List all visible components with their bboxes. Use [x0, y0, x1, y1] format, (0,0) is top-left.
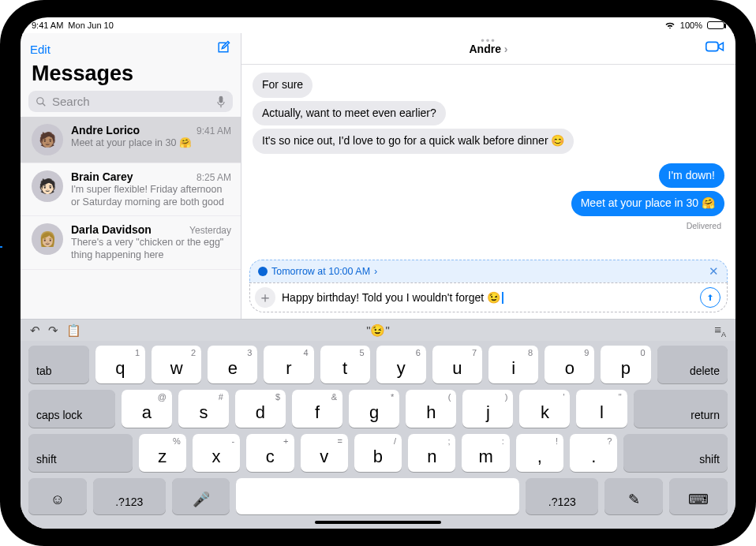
key-q[interactable]: 1q: [95, 346, 145, 383]
key-space[interactable]: [236, 478, 519, 514]
avatar: 🧑🏻: [32, 170, 63, 202]
conversation-item[interactable]: 🧑🏻 Brain Carey 8:25 AM I'm super flexibl…: [21, 163, 241, 216]
message-bubble: It's so nice out, I'd love to go for a q…: [253, 129, 574, 154]
key-w[interactable]: 2w: [152, 346, 201, 383]
key-row-4: ☺ .?123 🎤 .?123 ✎ ⌨: [28, 478, 728, 514]
conversation-item[interactable]: 🧑🏽 Andre Lorico 9:41 AM Meet at your pla…: [21, 117, 241, 163]
key-return[interactable]: return: [634, 390, 728, 428]
facetime-icon: [705, 40, 724, 53]
decorative-edge-mark: [0, 246, 2, 248]
key-delete[interactable]: delete: [657, 346, 728, 383]
key-y[interactable]: 6y: [376, 346, 426, 383]
key-capslock[interactable]: caps lock: [28, 390, 115, 428]
chat-header: ••• Andre ›: [241, 33, 735, 65]
key-numbers-right[interactable]: .?123: [526, 478, 598, 514]
facetime-button[interactable]: [705, 40, 724, 56]
key-a[interactable]: @a: [122, 390, 172, 428]
key-t[interactable]: 5t: [320, 346, 370, 383]
conversation-preview: I'm super flexible! Friday afternoon or …: [71, 184, 231, 208]
conversation-list: 🧑🏽 Andre Lorico 9:41 AM Meet at your pla…: [21, 117, 241, 319]
redo-button[interactable]: ↷: [48, 323, 58, 338]
key-c[interactable]: +c: [246, 434, 294, 472]
key-z[interactable]: %z: [139, 434, 186, 472]
key-comma[interactable]: !,: [516, 434, 563, 472]
key-m[interactable]: :m: [462, 434, 509, 472]
compose-button[interactable]: [215, 39, 231, 58]
svg-line-1: [43, 103, 46, 106]
conversation-name: Andre Lorico: [71, 124, 140, 136]
compose-input[interactable]: Happy birthday! Told you I wouldn't forg…: [282, 291, 694, 305]
send-button[interactable]: [700, 287, 720, 308]
conversation-preview: There's a very "chicken or the egg" thin…: [71, 237, 231, 261]
svg-rect-3: [706, 42, 718, 50]
key-n[interactable]: ;n: [408, 434, 455, 472]
key-l[interactable]: "l: [576, 390, 627, 428]
onscreen-keyboard: tab 1q 2w 3e 4r 5t 6y 7u 8i 9o 0p delete…: [21, 341, 735, 529]
key-handwriting[interactable]: ✎: [604, 478, 663, 514]
status-bar: 9:41 AM Mon Jun 10 100%: [21, 17, 735, 33]
clock-icon: [258, 267, 268, 276]
message-bubble: I'm down!: [659, 163, 724, 189]
sidebar: Edit Messages Search 🧑🏽: [21, 33, 241, 319]
key-shift-right[interactable]: shift: [623, 434, 728, 472]
key-v[interactable]: =v: [301, 434, 348, 472]
message-outgoing[interactable]: I'm down!: [253, 163, 724, 192]
conversation-time: 8:25 AM: [196, 172, 231, 183]
svg-rect-2: [219, 95, 223, 103]
key-d[interactable]: $d: [235, 390, 286, 428]
edit-button[interactable]: Edit: [30, 43, 51, 56]
dismiss-schedule-button[interactable]: ✕: [709, 264, 719, 279]
messages-app: Edit Messages Search 🧑🏽: [21, 33, 735, 319]
schedule-time: Tomorrow at 10:00 AM: [271, 266, 370, 277]
key-dismiss-keyboard[interactable]: ⌨: [669, 478, 728, 514]
emoji-suggestion[interactable]: "😉": [366, 323, 390, 338]
message-incoming[interactable]: Actually, want to meet even earlier?: [253, 101, 724, 129]
key-h[interactable]: (h: [406, 390, 456, 428]
chevron-right-icon: ›: [504, 43, 508, 55]
key-row-1: tab 1q 2w 3e 4r 5t 6y 7u 8i 9o 0p delete: [28, 346, 728, 383]
key-s[interactable]: #s: [178, 390, 229, 428]
key-o[interactable]: 9o: [545, 346, 594, 383]
key-period[interactable]: ?.: [570, 434, 617, 472]
svg-point-0: [37, 97, 43, 103]
key-f[interactable]: &f: [292, 390, 342, 428]
key-row-2: caps lock @a #s $d &f *g (h )j 'k "l ret…: [28, 390, 728, 428]
key-emoji[interactable]: ☺: [28, 478, 87, 514]
key-k[interactable]: 'k: [519, 390, 570, 428]
key-u[interactable]: 7u: [432, 346, 482, 383]
message-incoming[interactable]: It's so nice out, I'd love to go for a q…: [253, 129, 724, 157]
search-placeholder: Search: [52, 95, 211, 108]
key-numbers-left[interactable]: .?123: [93, 478, 166, 514]
sidebar-title: Messages: [21, 62, 241, 91]
messages-area[interactable]: For sure Actually, want to meet even ear…: [241, 65, 735, 260]
key-dictation[interactable]: 🎤: [172, 478, 230, 514]
home-indicator[interactable]: [315, 521, 441, 524]
key-e[interactable]: 3e: [208, 346, 257, 383]
conversation-item[interactable]: 👩🏼 Darla Davidson Yesterday There's a ve…: [21, 216, 241, 269]
wifi-icon: [664, 21, 676, 29]
message-incoming[interactable]: For sure: [253, 73, 724, 101]
key-p[interactable]: 0p: [601, 346, 650, 383]
ipad-frame: 9:41 AM Mon Jun 10 100% Edit Messages: [0, 0, 756, 546]
search-icon: [36, 96, 47, 107]
undo-button[interactable]: ↶: [30, 323, 40, 338]
key-g[interactable]: *g: [349, 390, 399, 428]
key-x[interactable]: -x: [193, 434, 240, 472]
schedule-banner[interactable]: Tomorrow at 10:00 AM › ✕: [249, 260, 728, 282]
dictate-icon[interactable]: [216, 95, 226, 108]
search-input[interactable]: Search: [28, 91, 233, 112]
key-tab[interactable]: tab: [28, 346, 89, 383]
key-j[interactable]: )j: [462, 390, 513, 428]
compose-text-value: Happy birthday! Told you I wouldn't forg…: [282, 291, 500, 304]
add-attachment-button[interactable]: ＋: [255, 287, 275, 308]
clipboard-button[interactable]: 📋: [66, 323, 81, 338]
text-format-button[interactable]: ≡A: [714, 323, 726, 338]
multitask-handle-icon[interactable]: •••: [481, 35, 496, 47]
key-b[interactable]: /b: [354, 434, 402, 472]
message-outgoing[interactable]: Meet at your place in 30 🤗: [253, 191, 724, 219]
compose-icon: [215, 39, 231, 55]
conversation-time: 9:41 AM: [196, 125, 231, 136]
key-i[interactable]: 8i: [488, 346, 538, 383]
key-r[interactable]: 4r: [264, 346, 313, 383]
key-shift-left[interactable]: shift: [28, 434, 133, 472]
